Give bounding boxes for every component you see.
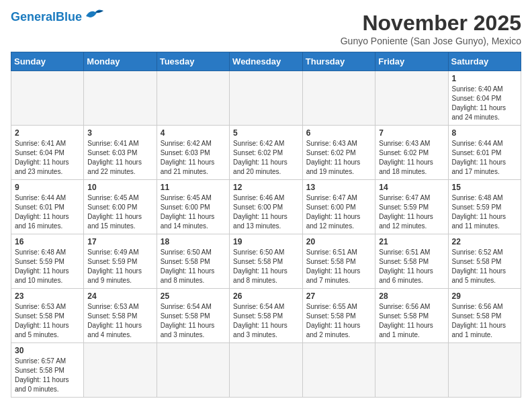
calendar-row-4: 16 Sunrise: 6:48 AMSunset: 5:59 PMDaylig… (11, 234, 521, 289)
calendar-row-5: 23 Sunrise: 6:53 AMSunset: 5:58 PMDaylig… (11, 289, 521, 343)
day-19: 19 Sunrise: 6:50 AMSunset: 5:58 PMDaylig… (230, 234, 303, 289)
day-13: 13 Sunrise: 6:47 AMSunset: 6:00 PMDaylig… (302, 180, 375, 234)
day-15: 15 Sunrise: 6:48 AMSunset: 5:59 PMDaylig… (448, 180, 521, 234)
title-section: November 2025 Gunyo Poniente (San Jose G… (341, 11, 521, 46)
calendar-table: Sunday Monday Tuesday Wednesday Thursday… (11, 52, 521, 398)
day-29: 29 Sunrise: 6:56 AMSunset: 5:58 PMDaylig… (448, 289, 521, 343)
day-20: 20 Sunrise: 6:51 AMSunset: 5:58 PMDaylig… (302, 234, 375, 289)
empty-cell (375, 71, 448, 126)
logo-general: General (11, 10, 56, 24)
calendar-row-2: 2 Sunrise: 6:41 AMSunset: 6:04 PMDayligh… (11, 126, 521, 180)
empty-cell (230, 71, 303, 126)
day-23: 23 Sunrise: 6:53 AMSunset: 5:58 PMDaylig… (11, 289, 84, 343)
day-9: 9 Sunrise: 6:44 AMSunset: 6:01 PMDayligh… (11, 180, 84, 234)
location: Gunyo Poniente (San Jose Gunyo), Mexico (341, 36, 521, 46)
header-monday: Monday (84, 52, 157, 71)
day-21: 21 Sunrise: 6:51 AMSunset: 5:58 PMDaylig… (375, 234, 448, 289)
day-14: 14 Sunrise: 6:47 AMSunset: 5:59 PMDaylig… (375, 180, 448, 234)
empty-cell (375, 343, 448, 398)
day-10: 10 Sunrise: 6:45 AMSunset: 6:00 PMDaylig… (84, 180, 157, 234)
day-22: 22 Sunrise: 6:52 AMSunset: 5:58 PMDaylig… (448, 234, 521, 289)
day-30: 30 Sunrise: 6:57 AMSunset: 5:58 PMDaylig… (11, 343, 84, 398)
empty-cell (157, 71, 229, 126)
header-friday: Friday (375, 52, 448, 71)
calendar-row-1: 1 Sunrise: 6:40 AM Sunset: 6:04 PM Dayli… (11, 71, 521, 126)
day-16: 16 Sunrise: 6:48 AMSunset: 5:59 PMDaylig… (11, 234, 84, 289)
day-28: 28 Sunrise: 6:56 AMSunset: 5:58 PMDaylig… (375, 289, 448, 343)
empty-cell (157, 343, 229, 398)
empty-cell (11, 71, 84, 126)
logo-bird-icon (85, 8, 105, 23)
empty-cell (448, 343, 521, 398)
day-3: 3 Sunrise: 6:41 AMSunset: 6:03 PMDayligh… (84, 126, 157, 180)
empty-cell (230, 343, 303, 398)
logo-blue: Blue (56, 10, 82, 24)
logo-text: GeneralBlue (11, 11, 82, 23)
header-saturday: Saturday (448, 52, 521, 71)
header-wednesday: Wednesday (230, 52, 303, 71)
day-8: 8 Sunrise: 6:44 AMSunset: 6:01 PMDayligh… (448, 126, 521, 180)
page-header: GeneralBlue November 2025 Gunyo Poniente… (11, 11, 521, 46)
day-18: 18 Sunrise: 6:50 AMSunset: 5:58 PMDaylig… (157, 234, 229, 289)
header-thursday: Thursday (302, 52, 375, 71)
logo: GeneralBlue (11, 11, 105, 23)
empty-cell (302, 71, 375, 126)
calendar-row-6 last-row: 30 Sunrise: 6:57 AMSunset: 5:58 PMDaylig… (11, 343, 521, 398)
day-5: 5 Sunrise: 6:42 AMSunset: 6:02 PMDayligh… (230, 126, 303, 180)
day-7: 7 Sunrise: 6:43 AMSunset: 6:02 PMDayligh… (375, 126, 448, 180)
empty-cell (84, 343, 157, 398)
day-4: 4 Sunrise: 6:42 AMSunset: 6:03 PMDayligh… (157, 126, 229, 180)
day-24: 24 Sunrise: 6:53 AMSunset: 5:58 PMDaylig… (84, 289, 157, 343)
day-17: 17 Sunrise: 6:49 AMSunset: 5:59 PMDaylig… (84, 234, 157, 289)
day-6: 6 Sunrise: 6:43 AMSunset: 6:02 PMDayligh… (302, 126, 375, 180)
day-11: 11 Sunrise: 6:45 AMSunset: 6:00 PMDaylig… (157, 180, 229, 234)
day-25: 25 Sunrise: 6:54 AMSunset: 5:58 PMDaylig… (157, 289, 229, 343)
calendar-row-3: 9 Sunrise: 6:44 AMSunset: 6:01 PMDayligh… (11, 180, 521, 234)
month-title: November 2025 (341, 11, 521, 36)
header-tuesday: Tuesday (157, 52, 229, 71)
day-27: 27 Sunrise: 6:55 AMSunset: 5:58 PMDaylig… (302, 289, 375, 343)
day-26: 26 Sunrise: 6:54 AMSunset: 5:58 PMDaylig… (230, 289, 303, 343)
day-12: 12 Sunrise: 6:46 AMSunset: 6:00 PMDaylig… (230, 180, 303, 234)
empty-cell (302, 343, 375, 398)
day-2: 2 Sunrise: 6:41 AMSunset: 6:04 PMDayligh… (11, 126, 84, 180)
weekday-header-row: Sunday Monday Tuesday Wednesday Thursday… (11, 52, 521, 71)
empty-cell (84, 71, 157, 126)
header-sunday: Sunday (11, 52, 84, 71)
day-1: 1 Sunrise: 6:40 AM Sunset: 6:04 PM Dayli… (448, 71, 521, 126)
